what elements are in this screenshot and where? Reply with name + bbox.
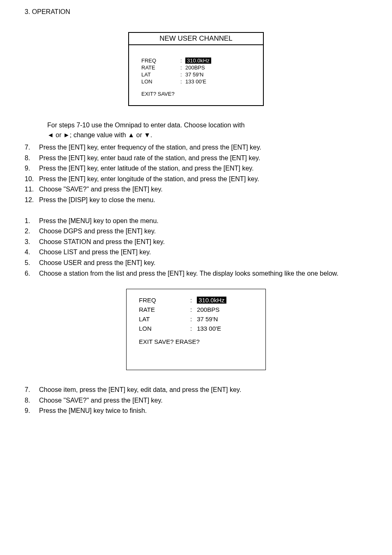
list-item: 12.Press the [DISP] key to close the men… [25, 195, 367, 205]
lat-row: LAT : 37 59'N [139, 315, 257, 322]
list-item: 6.Choose a station from the list and pre… [25, 268, 367, 279]
field-value-highlight: 310.0kHz [185, 58, 211, 64]
list-item: 7.Press the [ENT] key, enter frequency o… [25, 142, 367, 153]
dialog-footer: EXIT SAVE? ERASE? [139, 338, 257, 345]
step-text: Press the [ENT] key, enter frequency of … [39, 142, 367, 153]
note-line1: For steps 7-10 use the Omnipad to enter … [47, 122, 244, 129]
step-text: Choose USER and press the [ENT] key. [39, 258, 367, 268]
step-text: Choose a station from the list and press… [39, 268, 367, 279]
steps-list-2: 1.Press the [MENU] key to open the menu.… [25, 216, 367, 279]
step-text: Choose STATION and press the [ENT] key. [39, 237, 367, 247]
step-number: 7. [25, 385, 39, 395]
colon: : [190, 306, 195, 313]
step-text: Choose "SAVE?" and press the [ENT] key. [39, 395, 367, 406]
list-item: 4.Choose LIST and press the [ENT] key. [25, 247, 367, 258]
step-number: 11. [25, 184, 39, 195]
list-item: 9.Press the [MENU] key twice to finish. [25, 405, 367, 416]
step-text: Choose LIST and press the [ENT] key. [39, 247, 367, 258]
step-text: Choose item, press the [ENT] key, edit d… [39, 385, 367, 395]
step-text: Press the [ENT] key, enter longitude of … [39, 174, 367, 184]
list-item: 7.Choose item, press the [ENT] key, edit… [25, 385, 367, 395]
step-text: Choose "SAVE?" and press the [ENT] key. [39, 184, 367, 195]
lon-row: LON : 133 00'E [141, 78, 255, 85]
field-label: FREQ [139, 297, 190, 304]
step-number: 7. [25, 142, 39, 153]
lon-row: LON : 133 00'E [139, 325, 257, 332]
field-value: 133 00'E [197, 325, 221, 332]
rate-row: RATE : 200BPS [139, 306, 257, 313]
dialog-title: NEW USER CHANNEL [129, 33, 263, 45]
step-number: 1. [25, 216, 39, 226]
list-item: 1.Press the [MENU] key to open the menu. [25, 216, 367, 226]
step-text: Press the [MENU] key to open the menu. [39, 216, 367, 226]
freq-row: FREQ : 310.0kHz [141, 58, 255, 64]
field-label: LON [139, 325, 190, 332]
colon: : [190, 325, 195, 332]
list-item: 8.Choose "SAVE?" and press the [ENT] key… [25, 395, 367, 406]
step-number: 2. [25, 226, 39, 237]
colon: : [180, 78, 185, 85]
colon: : [190, 297, 195, 304]
step-number: 9. [25, 163, 39, 174]
step-text: Choose DGPS and press the [ENT] key. [39, 226, 367, 237]
step-text: Press the [ENT] key, enter latitude of t… [39, 163, 367, 174]
dialog-footer: EXIT? SAVE? [141, 91, 255, 97]
field-value: 200BPS [197, 306, 219, 313]
field-label: LAT [141, 71, 180, 78]
field-label: RATE [141, 64, 180, 71]
step-number: 12. [25, 195, 39, 205]
field-value: 133 00'E [185, 78, 206, 85]
list-item: 5.Choose USER and press the [ENT] key. [25, 258, 367, 268]
step-number: 5. [25, 258, 39, 268]
step-number: 8. [25, 395, 39, 406]
list-item: 10.Press the [ENT] key, enter longitude … [25, 174, 367, 184]
omnipad-note: For steps 7-10 use the Omnipad to enter … [47, 120, 367, 140]
colon: : [180, 71, 185, 78]
edit-user-channel-dialog: FREQ : 310.0kHz RATE : 200BPS LAT : 37 5… [126, 289, 266, 370]
colon: : [180, 58, 185, 64]
step-number: 9. [25, 405, 39, 416]
rate-row: RATE : 200BPS [141, 64, 255, 71]
steps-list-1: 7.Press the [ENT] key, enter frequency o… [25, 142, 367, 205]
field-label: LON [141, 78, 180, 85]
note-line2: ◄ or ►; change value with ▲ or ▼. [47, 131, 152, 138]
field-value: 200BPS [185, 64, 205, 71]
step-number: 3. [25, 237, 39, 247]
field-value: 37 59'N [185, 71, 203, 78]
field-label: RATE [139, 306, 190, 313]
step-text: Press the [DISP] key to close the menu. [39, 195, 367, 205]
list-item: 2.Choose DGPS and press the [ENT] key. [25, 226, 367, 237]
new-user-channel-dialog: NEW USER CHANNEL FREQ : 310.0kHz RATE : … [128, 32, 264, 106]
list-item: 9.Press the [ENT] key, enter latitude of… [25, 163, 367, 174]
step-number: 6. [25, 268, 39, 279]
list-item: 8.Press the [ENT] key, enter baud rate o… [25, 153, 367, 164]
step-text: Press the [MENU] key twice to finish. [39, 405, 367, 416]
field-value-highlight: 310.0kHz [197, 297, 226, 304]
colon: : [180, 64, 185, 71]
steps-list-3: 7.Choose item, press the [ENT] key, edit… [25, 385, 367, 416]
step-text: Press the [ENT] key, enter baud rate of … [39, 153, 367, 164]
colon: : [190, 315, 195, 322]
list-item: 3.Choose STATION and press the [ENT] key… [25, 237, 367, 247]
page-header: 3. OPERATION [25, 8, 367, 16]
step-number: 4. [25, 247, 39, 258]
freq-row: FREQ : 310.0kHz [139, 297, 257, 304]
lat-row: LAT : 37 59'N [141, 71, 255, 78]
list-item: 11.Choose "SAVE?" and press the [ENT] ke… [25, 184, 367, 195]
field-label: FREQ [141, 58, 180, 64]
step-number: 10. [25, 174, 39, 184]
field-value: 37 59'N [197, 315, 218, 322]
field-label: LAT [139, 315, 190, 322]
step-number: 8. [25, 153, 39, 164]
